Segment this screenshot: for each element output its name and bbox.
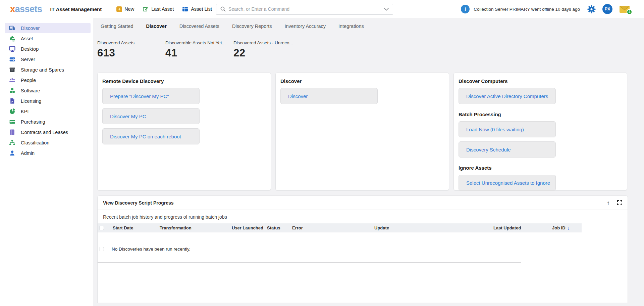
tab-bar: Getting Started Discover Discovered Asse… xyxy=(97,24,628,29)
app-title: IT Asset Management xyxy=(50,6,102,12)
sidebar-item-label: Purchasing xyxy=(21,119,45,125)
stat-discovered-assets: Discovered Assets 613 xyxy=(97,40,165,59)
column-header-last-updated[interactable]: Last Updated xyxy=(493,225,552,230)
sidebar-item-desktop[interactable]: Desktop xyxy=(5,44,91,54)
stat-value: 22 xyxy=(233,47,302,59)
info-icon[interactable]: i xyxy=(461,5,470,13)
classification-icon xyxy=(9,139,15,146)
sidebar-item-admin[interactable]: Admin xyxy=(5,148,91,158)
stats-row: Discovered Assets 613 Discoverable Asset… xyxy=(97,40,628,59)
tab-discovery-reports[interactable]: Discovery Reports xyxy=(232,24,272,29)
edit-pencil-icon xyxy=(142,6,149,12)
sidebar-item-label: Storage and Spares xyxy=(21,67,64,73)
plus-square-icon: + xyxy=(116,6,122,12)
new-button-label: New xyxy=(124,6,134,12)
last-asset-button-label: Last Asset xyxy=(151,6,174,12)
desktop-icon xyxy=(9,46,15,52)
stat-label: Discovered Assets xyxy=(97,40,165,45)
sidebar-item-software[interactable]: Software xyxy=(5,85,91,96)
new-button[interactable]: + New xyxy=(116,6,134,12)
panel-subtitle: Recent batch job history and progress of… xyxy=(98,210,628,223)
sidebar-item-purchasing[interactable]: Purchasing xyxy=(5,117,91,127)
panel-header-icons: ↑ xyxy=(607,200,622,206)
main-content: Getting Started Discover Discovered Asse… xyxy=(93,18,644,306)
discovery-progress-panel: View Discovery Script Progress ↑ Recent … xyxy=(97,195,628,303)
select-unrecognised-assets-button[interactable]: Select Unrecognised Assets to Ignore xyxy=(459,175,556,191)
card-remote-device-discovery: Remote Device Discovery Prepare "Discove… xyxy=(97,73,271,190)
card-discover: Discover Discover xyxy=(275,73,449,190)
purchasing-icon xyxy=(9,119,15,125)
sidebar-item-label: Software xyxy=(21,88,40,93)
storage-icon xyxy=(9,67,15,73)
chevron-down-icon[interactable] xyxy=(384,8,389,11)
sidebar-item-contracts-and-leases[interactable]: Contracts and Leases xyxy=(5,127,91,137)
collapse-arrow-up-icon[interactable]: ↑ xyxy=(607,200,610,206)
section-heading-ignore-assets: Ignore Assets xyxy=(459,165,622,171)
mail-button[interactable]: 4 xyxy=(619,5,630,13)
tab-inventory-accuracy[interactable]: Inventory Accuracy xyxy=(285,24,326,29)
licensing-icon xyxy=(9,98,15,104)
sidebar-item-kpi[interactable]: KPI xyxy=(5,106,91,117)
column-header-job-id[interactable]: Job ID ↓ xyxy=(552,225,582,230)
card-title: Discover Computers xyxy=(459,78,622,84)
discover-my-pc-on-each-reboot-button[interactable]: Discover My PC on each reboot xyxy=(102,128,200,144)
sidebar-item-people[interactable]: People xyxy=(5,75,91,85)
discover-my-pc-button[interactable]: Discover My PC xyxy=(102,108,200,124)
discover-button[interactable]: Discover xyxy=(280,88,378,104)
panel-title: View Discovery Script Progress xyxy=(103,200,174,206)
prepare-discover-my-pc-button[interactable]: Prepare "Discover My PC" xyxy=(102,88,200,104)
sidebar-item-label: KPI xyxy=(21,109,29,114)
sidebar-item-server[interactable]: Server xyxy=(5,54,91,64)
gear-icon[interactable] xyxy=(587,5,596,13)
column-header-update[interactable]: Update xyxy=(374,225,493,230)
column-header-job-id-label: Job ID xyxy=(552,225,566,230)
section-heading-batch-processing: Batch Processing xyxy=(459,112,622,117)
stat-discovered-assets-unrecognised: Discovered Assets - Unreco... 22 xyxy=(233,40,302,59)
tab-discovered-assets[interactable]: Discovered Assets xyxy=(179,24,219,29)
topbar-right: i Collection Server PRIMARY went offline… xyxy=(461,4,630,14)
search-box[interactable] xyxy=(216,4,393,15)
card-title: Discover xyxy=(280,78,444,84)
brand-logo[interactable]: xassets xyxy=(10,4,42,14)
brand-logo-x: x xyxy=(10,4,15,14)
action-cards-row: Remote Device Discovery Prepare "Discove… xyxy=(97,73,628,190)
stat-label: Discovered Assets - Unreco... xyxy=(233,40,302,45)
select-all-cell xyxy=(98,226,113,230)
sidebar-item-classification[interactable]: Classification xyxy=(5,137,91,148)
column-header-transformation[interactable]: Transformation xyxy=(160,225,232,230)
sidebar-item-discover[interactable]: Discover xyxy=(5,23,91,33)
search-icon xyxy=(220,6,226,12)
asset-list-button[interactable]: Asset List xyxy=(182,6,212,12)
tab-discover[interactable]: Discover xyxy=(146,24,167,29)
last-asset-button[interactable]: Last Asset xyxy=(142,6,174,12)
sidebar-item-asset[interactable]: Asset xyxy=(5,33,91,44)
sidebar-item-label: Contracts and Leases xyxy=(21,130,68,135)
mail-badge: 4 xyxy=(627,9,632,15)
sidebar-item-label: Licensing xyxy=(21,98,41,104)
tab-getting-started[interactable]: Getting Started xyxy=(101,24,133,29)
discover-active-directory-computers-button[interactable]: Discover Active Directory Computers xyxy=(459,88,556,104)
column-header-status[interactable]: Status xyxy=(267,225,292,230)
select-all-checkbox[interactable] xyxy=(100,226,104,230)
column-header-error[interactable]: Error xyxy=(292,225,374,230)
sidebar-item-label: Classification xyxy=(21,140,49,145)
load-now-button[interactable]: Load Now (0 files waiting) xyxy=(459,121,556,137)
admin-icon xyxy=(9,150,15,157)
sidebar-item-licensing[interactable]: Licensing xyxy=(5,96,91,106)
column-header-start-date[interactable]: Start Date xyxy=(113,225,160,230)
sidebar-item-label: Admin xyxy=(21,150,35,156)
row-checkbox[interactable] xyxy=(100,247,104,251)
panel-header: View Discovery Script Progress ↑ xyxy=(98,196,628,210)
sort-descending-icon: ↓ xyxy=(568,226,570,230)
column-header-user-launched[interactable]: User Launched xyxy=(232,225,267,230)
sidebar-item-storage-and-spares[interactable]: Storage and Spares xyxy=(5,64,91,75)
search-input[interactable] xyxy=(228,6,384,12)
avatar[interactable]: PX xyxy=(602,4,612,14)
discover-icon xyxy=(9,25,15,32)
topbar: xassets IT Asset Management + New Last A… xyxy=(0,0,644,18)
brand-logo-rest: assets xyxy=(15,4,42,14)
sidebar-item-label: People xyxy=(21,78,36,83)
tab-integrations[interactable]: Integrations xyxy=(338,24,364,29)
fullscreen-expand-icon[interactable] xyxy=(617,200,622,205)
discovery-schedule-button[interactable]: Discovery Schedule xyxy=(459,141,556,158)
